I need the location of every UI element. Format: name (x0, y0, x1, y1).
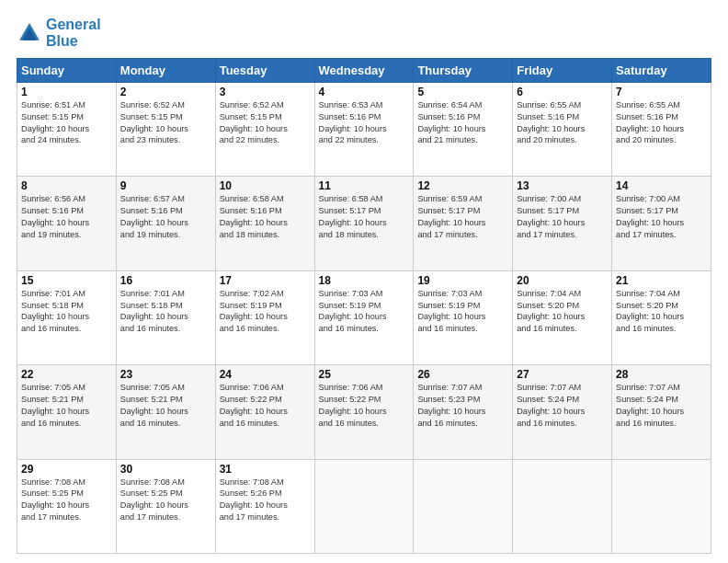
day-detail: Sunrise: 6:51 AMSunset: 5:15 PMDaylight:… (21, 99, 112, 147)
day-number: 9 (120, 179, 211, 192)
day-number: 6 (517, 86, 608, 98)
day-detail: Sunrise: 7:00 AMSunset: 5:17 PMDaylight:… (616, 193, 707, 241)
day-number: 16 (120, 274, 211, 287)
calendar-header-wednesday: Wednesday (314, 58, 414, 82)
calendar-cell: 10Sunrise: 6:58 AMSunset: 5:16 PMDayligh… (215, 177, 314, 270)
calendar-cell: 21Sunrise: 7:04 AMSunset: 5:20 PMDayligh… (612, 270, 711, 364)
day-number: 2 (120, 86, 211, 98)
logo: General Blue (17, 17, 101, 51)
calendar-cell: 2Sunrise: 6:52 AMSunset: 5:15 PMDaylight… (116, 82, 215, 176)
calendar-cell: 25Sunrise: 7:06 AMSunset: 5:22 PMDayligh… (314, 365, 414, 459)
calendar-header-friday: Friday (513, 58, 612, 82)
day-number: 11 (319, 179, 410, 192)
day-number: 23 (120, 368, 211, 381)
calendar-cell: 23Sunrise: 7:05 AMSunset: 5:21 PMDayligh… (116, 365, 215, 459)
calendar-cell: 5Sunrise: 6:54 AMSunset: 5:16 PMDaylight… (414, 82, 513, 176)
day-detail: Sunrise: 7:04 AMSunset: 5:20 PMDaylight:… (517, 288, 608, 336)
day-number: 15 (21, 274, 112, 287)
calendar-week-5: 29Sunrise: 7:08 AMSunset: 5:25 PMDayligh… (17, 459, 711, 553)
day-number: 1 (21, 86, 112, 98)
calendar-cell (513, 459, 612, 553)
day-detail: Sunrise: 7:01 AMSunset: 5:18 PMDaylight:… (21, 288, 112, 336)
day-detail: Sunrise: 6:52 AMSunset: 5:15 PMDaylight:… (220, 99, 311, 147)
calendar-cell: 31Sunrise: 7:08 AMSunset: 5:26 PMDayligh… (215, 459, 314, 553)
day-number: 13 (517, 179, 608, 192)
day-detail: Sunrise: 7:06 AMSunset: 5:22 PMDaylight:… (319, 382, 410, 430)
day-number: 7 (616, 86, 707, 98)
calendar-header-monday: Monday (116, 58, 215, 82)
day-number: 17 (220, 274, 311, 287)
day-detail: Sunrise: 7:06 AMSunset: 5:22 PMDaylight:… (220, 382, 311, 430)
day-number: 22 (21, 368, 112, 381)
day-number: 5 (417, 86, 508, 98)
calendar-week-2: 8Sunrise: 6:56 AMSunset: 5:16 PMDaylight… (17, 177, 711, 270)
calendar-cell: 15Sunrise: 7:01 AMSunset: 5:18 PMDayligh… (17, 270, 117, 364)
day-number: 28 (616, 368, 707, 381)
calendar-cell: 3Sunrise: 6:52 AMSunset: 5:15 PMDaylight… (215, 82, 314, 176)
calendar-table: SundayMondayTuesdayWednesdayThursdayFrid… (17, 58, 711, 554)
calendar-cell: 29Sunrise: 7:08 AMSunset: 5:25 PMDayligh… (17, 459, 117, 553)
day-number: 4 (319, 86, 410, 98)
calendar-cell: 1Sunrise: 6:51 AMSunset: 5:15 PMDaylight… (17, 82, 117, 176)
calendar-cell: 9Sunrise: 6:57 AMSunset: 5:16 PMDaylight… (116, 177, 215, 270)
day-detail: Sunrise: 6:53 AMSunset: 5:16 PMDaylight:… (319, 99, 410, 147)
day-detail: Sunrise: 6:55 AMSunset: 5:16 PMDaylight:… (517, 99, 608, 147)
day-detail: Sunrise: 7:08 AMSunset: 5:25 PMDaylight:… (120, 477, 211, 524)
calendar-cell (414, 459, 513, 553)
calendar-cell: 11Sunrise: 6:58 AMSunset: 5:17 PMDayligh… (314, 177, 414, 270)
calendar-cell: 28Sunrise: 7:07 AMSunset: 5:24 PMDayligh… (612, 365, 711, 459)
day-number: 27 (517, 368, 608, 381)
day-detail: Sunrise: 6:58 AMSunset: 5:17 PMDaylight:… (319, 193, 410, 241)
day-detail: Sunrise: 7:05 AMSunset: 5:21 PMDaylight:… (21, 382, 112, 430)
calendar-header-row: SundayMondayTuesdayWednesdayThursdayFrid… (17, 58, 711, 82)
day-number: 26 (417, 368, 508, 381)
calendar-cell: 19Sunrise: 7:03 AMSunset: 5:19 PMDayligh… (414, 270, 513, 364)
calendar-cell (612, 459, 711, 553)
day-detail: Sunrise: 7:08 AMSunset: 5:26 PMDaylight:… (220, 477, 311, 524)
day-number: 8 (21, 179, 112, 192)
day-detail: Sunrise: 7:02 AMSunset: 5:19 PMDaylight:… (220, 288, 311, 336)
calendar-cell: 27Sunrise: 7:07 AMSunset: 5:24 PMDayligh… (513, 365, 612, 459)
day-detail: Sunrise: 7:08 AMSunset: 5:25 PMDaylight:… (21, 477, 112, 524)
day-detail: Sunrise: 7:01 AMSunset: 5:18 PMDaylight:… (120, 288, 211, 336)
day-detail: Sunrise: 6:59 AMSunset: 5:17 PMDaylight:… (417, 193, 508, 241)
day-detail: Sunrise: 7:04 AMSunset: 5:20 PMDaylight:… (616, 288, 707, 336)
calendar-cell: 18Sunrise: 7:03 AMSunset: 5:19 PMDayligh… (314, 270, 414, 364)
calendar-cell: 8Sunrise: 6:56 AMSunset: 5:16 PMDaylight… (17, 177, 117, 270)
calendar-week-4: 22Sunrise: 7:05 AMSunset: 5:21 PMDayligh… (17, 365, 711, 459)
calendar-cell: 24Sunrise: 7:06 AMSunset: 5:22 PMDayligh… (215, 365, 314, 459)
calendar-cell: 12Sunrise: 6:59 AMSunset: 5:17 PMDayligh… (414, 177, 513, 270)
day-number: 18 (319, 274, 410, 287)
logo-icon (17, 20, 42, 46)
day-number: 29 (21, 463, 112, 476)
day-number: 10 (220, 179, 311, 192)
page: General Blue SundayMondayTuesdayWednesda… (0, 0, 728, 563)
day-detail: Sunrise: 6:54 AMSunset: 5:16 PMDaylight:… (417, 99, 508, 147)
day-detail: Sunrise: 7:03 AMSunset: 5:19 PMDaylight:… (417, 288, 508, 336)
logo-text: General Blue (46, 17, 101, 51)
day-detail: Sunrise: 6:56 AMSunset: 5:16 PMDaylight:… (21, 193, 112, 241)
calendar-cell: 26Sunrise: 7:07 AMSunset: 5:23 PMDayligh… (414, 365, 513, 459)
calendar-cell: 6Sunrise: 6:55 AMSunset: 5:16 PMDaylight… (513, 82, 612, 176)
calendar-cell: 14Sunrise: 7:00 AMSunset: 5:17 PMDayligh… (612, 177, 711, 270)
calendar-cell: 13Sunrise: 7:00 AMSunset: 5:17 PMDayligh… (513, 177, 612, 270)
calendar-header-saturday: Saturday (612, 58, 711, 82)
calendar-week-3: 15Sunrise: 7:01 AMSunset: 5:18 PMDayligh… (17, 270, 711, 364)
day-number: 24 (220, 368, 311, 381)
calendar-cell: 4Sunrise: 6:53 AMSunset: 5:16 PMDaylight… (314, 82, 414, 176)
day-number: 3 (220, 86, 311, 98)
day-detail: Sunrise: 7:00 AMSunset: 5:17 PMDaylight:… (517, 193, 608, 241)
calendar-cell: 30Sunrise: 7:08 AMSunset: 5:25 PMDayligh… (116, 459, 215, 553)
calendar-cell: 17Sunrise: 7:02 AMSunset: 5:19 PMDayligh… (215, 270, 314, 364)
day-detail: Sunrise: 7:07 AMSunset: 5:23 PMDaylight:… (417, 382, 508, 430)
calendar-week-1: 1Sunrise: 6:51 AMSunset: 5:15 PMDaylight… (17, 82, 711, 176)
calendar-header-thursday: Thursday (414, 58, 513, 82)
day-number: 12 (417, 179, 508, 192)
calendar-header-sunday: Sunday (17, 58, 117, 82)
header: General Blue (17, 17, 711, 51)
day-number: 14 (616, 179, 707, 192)
day-detail: Sunrise: 6:55 AMSunset: 5:16 PMDaylight:… (616, 99, 707, 147)
day-detail: Sunrise: 7:05 AMSunset: 5:21 PMDaylight:… (120, 382, 211, 430)
day-detail: Sunrise: 7:03 AMSunset: 5:19 PMDaylight:… (319, 288, 410, 336)
day-detail: Sunrise: 7:07 AMSunset: 5:24 PMDaylight:… (517, 382, 608, 430)
